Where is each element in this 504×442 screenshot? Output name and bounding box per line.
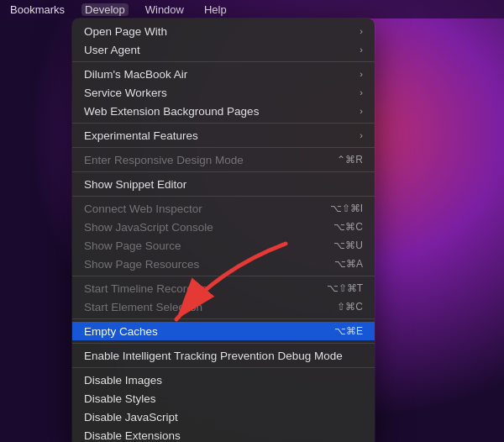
menu-item-experimental[interactable]: Experimental Features › (72, 126, 375, 145)
menu-item-service-workers[interactable]: Service Workers › (72, 83, 375, 102)
menu-item-snippet-editor[interactable]: Show Snippet Editor (72, 175, 375, 193)
shortcut-responsive: ⌃⌘R (337, 154, 363, 166)
submenu-arrow: › (360, 26, 363, 36)
submenu-arrow: › (360, 45, 363, 55)
menu-item-user-agent[interactable]: User Agent › (72, 40, 375, 59)
separator-7 (72, 318, 375, 319)
submenu-arrow: › (360, 130, 363, 140)
menubar-bookmarks[interactable]: Bookmarks (7, 3, 68, 16)
submenu-arrow: › (360, 69, 363, 79)
menu-item-timeline: Start Timeline Recording ⌥⇧⌘T (72, 279, 375, 297)
shortcut-empty-caches: ⌥⌘E (334, 325, 363, 337)
shortcut-inspector: ⌥⇧⌘I (330, 203, 363, 214)
separator-5 (72, 196, 375, 197)
menu-item-element-selection: Start Element Selection ⇧⌘C (72, 297, 375, 316)
submenu-arrow: › (360, 106, 363, 116)
menu-item-js-console: Show JavaScript Console ⌥⌘C (72, 218, 375, 236)
menu-item-macbook-air[interactable]: Dilum's MacBook Air › (72, 65, 375, 83)
shortcut-source: ⌥⌘U (333, 239, 363, 251)
develop-menu: Open Page With › User Agent › Dilum's Ma… (72, 18, 375, 442)
menu-item-disable-images[interactable]: Disable Images (72, 371, 375, 389)
shortcut-timeline: ⌥⇧⌘T (327, 282, 363, 294)
menubar-develop[interactable]: Develop (81, 3, 129, 16)
menu-item-tracking-prevention[interactable]: Enable Intelligent Tracking Prevention D… (72, 346, 375, 365)
shortcut-resources: ⌥⌘A (334, 258, 363, 270)
menubar-help[interactable]: Help (201, 3, 230, 16)
menu-item-page-source: Show Page Source ⌥⌘U (72, 236, 375, 255)
menu-item-responsive-design: Enter Responsive Design Mode ⌃⌘R (72, 150, 375, 169)
menu-item-disable-extensions[interactable]: Disable Extensions (72, 426, 375, 442)
menu-item-web-inspector: Connect Web Inspector ⌥⇧⌘I (72, 199, 375, 218)
menubar-window[interactable]: Window (142, 3, 187, 16)
menu-item-empty-caches[interactable]: Empty Caches ⌥⌘E (72, 322, 375, 340)
submenu-arrow: › (360, 87, 363, 97)
shortcut-console: ⌥⌘C (333, 221, 363, 233)
menu-item-disable-js[interactable]: Disable JavaScript (72, 408, 375, 426)
separator-6 (72, 276, 375, 276)
menu-item-open-page-with[interactable]: Open Page With › (72, 22, 375, 40)
separator-4 (72, 171, 375, 172)
menu-item-page-resources: Show Page Resources ⌥⌘A (72, 255, 375, 273)
dropdown-container: Open Page With › User Agent › Dilum's Ma… (72, 18, 375, 442)
separator-3 (72, 147, 375, 148)
menu-item-disable-styles[interactable]: Disable Styles (72, 389, 375, 408)
menu-bar: Bookmarks Develop Window Help (0, 0, 504, 18)
shortcut-element: ⇧⌘C (337, 301, 363, 313)
separator-8 (72, 343, 375, 344)
separator-9 (72, 367, 375, 368)
separator-2 (72, 123, 375, 124)
separator-1 (72, 61, 375, 62)
menu-item-web-extension[interactable]: Web Extension Background Pages › (72, 102, 375, 120)
